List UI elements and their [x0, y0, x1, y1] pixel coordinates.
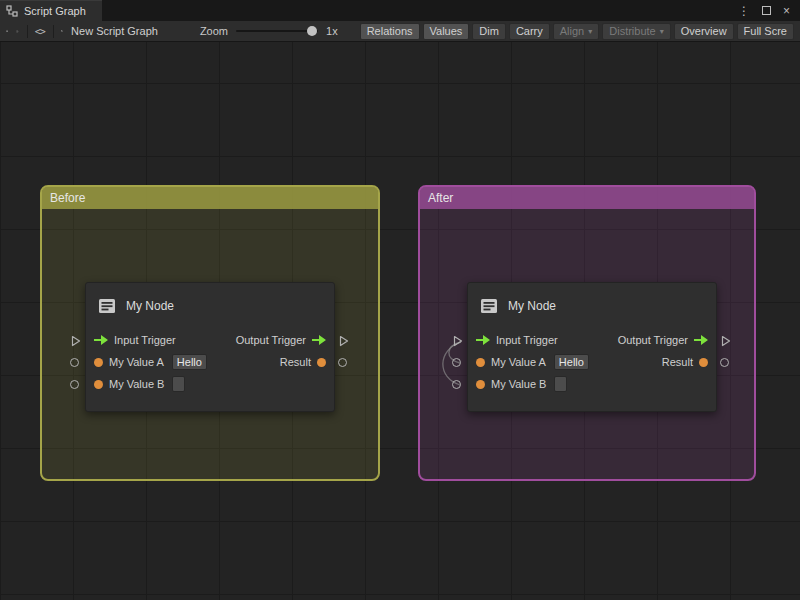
- result-label: Result: [280, 356, 311, 368]
- window-controls: ⋮ ×: [738, 0, 800, 21]
- outer-flow-output-port[interactable]: [339, 335, 349, 347]
- value-a-input[interactable]: Hello: [554, 354, 589, 370]
- node-row-trigger: Input Trigger Output Trigger: [468, 329, 716, 351]
- flow-input-port-icon[interactable]: [94, 335, 108, 345]
- node-header: My Node: [86, 283, 334, 329]
- menu-kebab-icon[interactable]: ⋮: [738, 5, 750, 17]
- tab-title: Script Graph: [24, 5, 86, 17]
- dropdown-caret-icon: ▾: [588, 27, 592, 36]
- value-a-label: My Value A: [109, 356, 164, 368]
- outer-flow-output-port[interactable]: [721, 335, 731, 347]
- toolbar-buttons: Relations Values Dim Carry Align ▾ Distr…: [360, 23, 794, 40]
- overview-button[interactable]: Overview: [674, 23, 734, 40]
- input-trigger-label: Input Trigger: [114, 334, 176, 346]
- input-trigger-label: Input Trigger: [496, 334, 558, 346]
- title-bar: Script Graph ⋮ ×: [0, 0, 800, 21]
- fullscreen-button[interactable]: Full Scre: [737, 23, 794, 40]
- node-row-value-a: My Value A Hello Result: [86, 351, 334, 373]
- value-a-input[interactable]: Hello: [172, 354, 207, 370]
- value-b-port-icon[interactable]: [476, 380, 485, 389]
- outer-result-port[interactable]: [338, 358, 347, 367]
- values-button[interactable]: Values: [423, 23, 470, 40]
- value-a-port-icon[interactable]: [476, 358, 485, 367]
- outer-value-a-port[interactable]: [452, 358, 461, 367]
- node-row-value-b: My Value B: [86, 373, 334, 395]
- info-icon[interactable]: [16, 25, 18, 38]
- flow-output-port-icon[interactable]: [312, 335, 326, 345]
- carry-button[interactable]: Carry: [509, 23, 550, 40]
- value-a-port-icon[interactable]: [94, 358, 103, 367]
- result-label: Result: [662, 356, 693, 368]
- graph-canvas[interactable]: Before After My Node Input T: [0, 42, 800, 600]
- group-after-header[interactable]: After: [420, 187, 754, 209]
- close-icon[interactable]: ×: [783, 5, 790, 17]
- zoom-value: 1x: [326, 25, 338, 37]
- graph-pointer-icon: [61, 25, 63, 37]
- outer-flow-input-port[interactable]: [453, 335, 463, 347]
- script-graph-icon: [6, 5, 18, 17]
- relations-button[interactable]: Relations: [360, 23, 420, 40]
- node-my-node[interactable]: My Node Input Trigger Output Trigger My …: [85, 282, 335, 412]
- zoom-label: Zoom: [200, 25, 228, 37]
- tab-script-graph[interactable]: Script Graph: [0, 0, 102, 21]
- zoom-control: Zoom 1x: [200, 25, 338, 37]
- result-port-icon[interactable]: [317, 358, 326, 367]
- output-trigger-label: Output Trigger: [618, 334, 688, 346]
- node-title: My Node: [508, 299, 556, 313]
- value-a-label: My Value A: [491, 356, 546, 368]
- outer-result-port[interactable]: [720, 358, 729, 367]
- value-b-input[interactable]: [554, 376, 567, 392]
- output-trigger-label: Output Trigger: [236, 334, 306, 346]
- code-icon[interactable]: <>: [35, 26, 45, 37]
- node-icon: [97, 296, 117, 316]
- zoom-slider-handle[interactable]: [307, 26, 317, 36]
- align-button[interactable]: Align ▾: [553, 23, 599, 40]
- zoom-slider[interactable]: [236, 30, 318, 32]
- node-title: My Node: [126, 299, 174, 313]
- outer-flow-input-port[interactable]: [71, 335, 81, 347]
- distribute-button[interactable]: Distribute ▾: [602, 23, 670, 40]
- outer-value-a-port[interactable]: [70, 358, 79, 367]
- dim-button[interactable]: Dim: [472, 23, 506, 40]
- node-my-node[interactable]: My Node Input Trigger Output Trigger My …: [467, 282, 717, 412]
- maximize-icon[interactable]: [762, 6, 771, 15]
- outer-value-b-port[interactable]: [452, 380, 461, 389]
- node-row-value-b: My Value B: [468, 373, 716, 395]
- value-b-port-icon[interactable]: [94, 380, 103, 389]
- value-b-input[interactable]: [172, 376, 185, 392]
- node-row-trigger: Input Trigger Output Trigger: [86, 329, 334, 351]
- value-b-label: My Value B: [109, 378, 164, 390]
- group-title: After: [428, 191, 453, 205]
- lock-icon[interactable]: [6, 25, 8, 37]
- group-before-header[interactable]: Before: [42, 187, 378, 209]
- value-b-label: My Value B: [491, 378, 546, 390]
- dropdown-caret-icon: ▾: [660, 27, 664, 36]
- node-icon: [479, 296, 499, 316]
- node-row-value-a: My Value A Hello Result: [468, 351, 716, 373]
- node-header: My Node: [468, 283, 716, 329]
- outer-value-b-port[interactable]: [70, 380, 79, 389]
- group-title: Before: [50, 191, 85, 205]
- flow-output-port-icon[interactable]: [694, 335, 708, 345]
- flow-input-port-icon[interactable]: [476, 335, 490, 345]
- graph-toolbar: <> New Script Graph Zoom 1x Relations Va…: [0, 21, 800, 42]
- graph-name-label[interactable]: New Script Graph: [71, 25, 158, 37]
- result-port-icon[interactable]: [699, 358, 708, 367]
